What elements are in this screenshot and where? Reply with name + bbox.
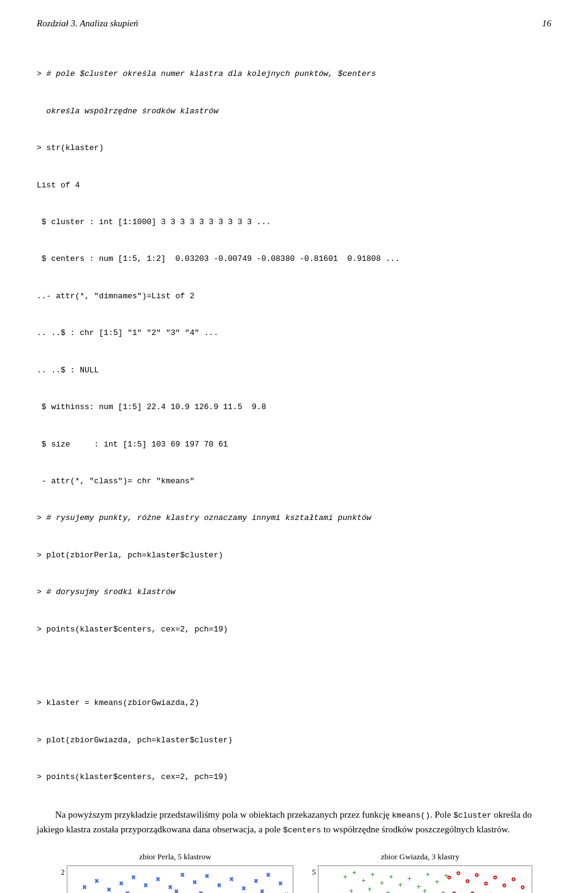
svg-text:○: ○ xyxy=(456,869,461,876)
figure1-plot: × × × × × × × × × × × × × × × xyxy=(67,865,293,893)
figure1-svg: × × × × × × × × × × × × × × × xyxy=(67,866,293,893)
inline-cluster: $cluster xyxy=(453,811,491,820)
fig2-yaxis: 5 0 −5 xyxy=(308,865,318,893)
svg-text:×: × xyxy=(83,884,86,891)
svg-text:+: + xyxy=(389,873,393,881)
svg-text:×: × xyxy=(279,880,282,887)
figures-row: zbior Perla, 5 klastrow 2 1 0 −1 −2 xyxy=(37,852,551,893)
svg-text:+: + xyxy=(343,873,347,881)
svg-text:+: + xyxy=(417,883,421,891)
svg-text:○: ○ xyxy=(521,883,525,891)
page-header: Rozdział 3. Analiza skupień 16 xyxy=(37,18,551,29)
svg-text:+: + xyxy=(368,885,372,893)
svg-text:○: ○ xyxy=(447,873,451,881)
svg-text:○: ○ xyxy=(466,877,470,884)
svg-text:×: × xyxy=(107,886,111,893)
svg-text:+: + xyxy=(371,870,375,879)
svg-text:×: × xyxy=(175,888,178,893)
svg-text:○: ○ xyxy=(470,889,475,893)
svg-text:×: × xyxy=(168,884,172,891)
svg-text:×: × xyxy=(193,879,197,886)
svg-text:+: + xyxy=(349,887,353,893)
svg-text:+: + xyxy=(426,870,430,879)
svg-text:×: × xyxy=(126,890,129,893)
figure1-container: zbior Perla, 5 klastrow 2 1 0 −1 −2 xyxy=(55,852,295,893)
svg-text:+: + xyxy=(435,878,439,886)
svg-text:×: × xyxy=(199,890,203,893)
svg-text:+: + xyxy=(407,875,412,883)
fig1-yaxis: 2 1 0 −1 −2 xyxy=(57,865,67,893)
svg-text:×: × xyxy=(242,885,246,892)
svg-text:○: ○ xyxy=(489,891,493,893)
svg-text:×: × xyxy=(254,878,258,884)
svg-rect-0 xyxy=(67,866,293,893)
svg-text:×: × xyxy=(156,876,160,883)
svg-text:×: × xyxy=(260,888,264,893)
chapter-title: Rozdział 3. Analiza skupień xyxy=(37,18,138,29)
svg-text:+: + xyxy=(441,889,445,893)
figure2-svg: + + + + + + + + + + + + + + + xyxy=(318,866,532,893)
svg-text:×: × xyxy=(95,878,99,884)
svg-text:×: × xyxy=(119,880,123,887)
svg-text:+: + xyxy=(352,869,356,877)
inline-kmeans: kmeans() xyxy=(392,811,430,820)
svg-text:○: ○ xyxy=(475,871,479,878)
svg-text:+: + xyxy=(361,876,366,885)
figure2-container: zbior Gwiazda, 3 klastry 5 0 −5 xyxy=(307,852,533,893)
svg-text:×: × xyxy=(217,882,221,889)
svg-text:+: + xyxy=(386,889,390,893)
svg-text:×: × xyxy=(230,876,233,883)
inline-centers: $centers xyxy=(283,826,321,835)
svg-text:+: + xyxy=(380,879,384,887)
svg-text:×: × xyxy=(144,882,148,889)
paragraph1: Na powyższym przykładzie przedstawiliśmy… xyxy=(37,807,551,838)
code-block: > # pole $cluster określa numer klastra … xyxy=(37,43,551,796)
page-number: 16 xyxy=(542,18,551,29)
svg-text:○: ○ xyxy=(452,889,456,893)
svg-text:×: × xyxy=(181,872,184,878)
svg-text:○: ○ xyxy=(484,880,488,887)
figure2-plot: + + + + + + + + + + + + + + + xyxy=(318,865,532,893)
svg-text:○: ○ xyxy=(511,875,516,883)
figure1-title: zbior Perla, 5 klastrow xyxy=(139,852,211,862)
svg-text:○: ○ xyxy=(493,873,497,881)
svg-text:+: + xyxy=(423,887,427,893)
svg-text:○: ○ xyxy=(502,881,507,889)
svg-text:×: × xyxy=(132,874,135,881)
svg-text:×: × xyxy=(266,872,270,878)
figure2-title: zbior Gwiazda, 3 klastry xyxy=(381,852,459,862)
svg-text:×: × xyxy=(205,873,209,880)
svg-text:+: + xyxy=(398,881,402,889)
